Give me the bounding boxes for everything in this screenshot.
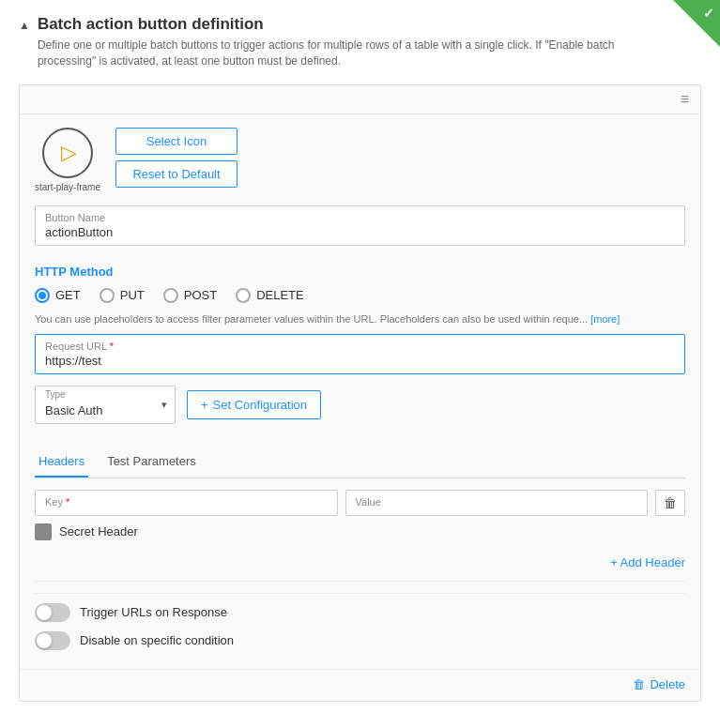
request-url-label: Request URL * [45, 341, 675, 352]
trash-icon: 🗑 [664, 495, 677, 510]
type-row: Type Basic Auth ▾ + Set Configuration [35, 386, 685, 424]
icon-section: ▷ start-play-frame Select Icon Reset to … [20, 114, 700, 202]
page-description: Define one or multiple batch buttons to … [38, 38, 676, 69]
main-card: ≡ ▷ start-play-frame Select Icon Reset t… [19, 84, 701, 702]
toggle-disable-condition-label: Disable on specific condition [80, 633, 234, 647]
tabs-bar: Headers Test Parameters [35, 447, 685, 478]
set-config-label: Set Configuration [213, 398, 307, 412]
radio-put-label: PUT [120, 288, 145, 302]
toggle-knob [37, 605, 52, 620]
radio-put-circle [100, 288, 115, 303]
icon-buttons: Select Icon Reset to Default [115, 128, 237, 188]
delete-row: 🗑 Delete [20, 669, 700, 701]
key-field-label: Key * [45, 496, 328, 508]
request-url-field[interactable]: Request URL * https://test [35, 334, 685, 374]
info-more-link[interactable]: [more] [590, 313, 620, 325]
add-header-row: + Add Header [35, 552, 685, 582]
radio-post[interactable]: POST [163, 288, 217, 303]
toggle-disable-condition[interactable] [35, 631, 70, 650]
add-button-row: + Add Button [19, 717, 701, 728]
type-select-label: Type [45, 389, 66, 400]
request-url-value: https://test [45, 354, 675, 368]
button-name-field[interactable]: Button Name actionButton [35, 205, 685, 246]
select-icon-button[interactable]: Select Icon [115, 128, 237, 155]
set-config-button[interactable]: + Set Configuration [187, 390, 321, 419]
toggle-trigger-urls[interactable] [35, 603, 70, 622]
page-title: Batch action button definition [38, 15, 676, 34]
key-field[interactable]: Key * [35, 490, 338, 516]
button-name-value: actionButton [45, 225, 675, 239]
http-method-title: HTTP Method [35, 265, 685, 279]
http-method-section: HTTP Method GET PUT POST [20, 255, 700, 447]
key-required: * [63, 496, 69, 508]
toggle-trigger-urls-row: Trigger URLs on Response [35, 603, 685, 622]
play-icon: ▷ [61, 141, 77, 165]
toggle-trigger-urls-label: Trigger URLs on Response [80, 605, 227, 619]
menu-icon[interactable]: ≡ [681, 91, 691, 108]
secret-header-row: Secret Header [35, 523, 685, 540]
secret-header-checkbox[interactable] [35, 523, 52, 540]
radio-put[interactable]: PUT [100, 288, 145, 303]
card-menu-bar: ≡ [20, 85, 700, 114]
icon-preview: ▷ start-play-frame [35, 128, 100, 192]
check-icon: ✓ [703, 6, 714, 21]
toggle-section: Trigger URLs on Response Disable on spec… [20, 594, 700, 669]
icon-circle: ▷ [42, 128, 93, 178]
chevron-down-icon: ▾ [161, 399, 167, 411]
icon-name-label: start-play-frame [35, 182, 100, 192]
radio-get-dot [38, 292, 46, 299]
collapse-icon[interactable]: ▲ [19, 19, 30, 32]
radio-delete[interactable]: DELETE [236, 288, 304, 303]
secret-header-label: Secret Header [59, 524, 138, 538]
button-name-label: Button Name [45, 212, 675, 223]
radio-post-circle [163, 288, 178, 303]
plus-icon: + [201, 398, 208, 412]
radio-group: GET PUT POST DELETE [35, 288, 685, 303]
value-field-label: Value [356, 496, 638, 508]
button-name-group: Button Name actionButton [20, 202, 700, 255]
radio-get[interactable]: GET [35, 288, 81, 303]
type-select[interactable]: Type Basic Auth ▾ [35, 386, 176, 424]
delete-label: Delete [650, 677, 685, 691]
radio-delete-circle [236, 288, 251, 303]
radio-get-label: GET [55, 288, 81, 302]
info-text: You can use placeholders to access filte… [35, 312, 685, 326]
trash-delete-icon: 🗑 [633, 677, 645, 691]
radio-post-label: POST [184, 288, 217, 302]
delete-button[interactable]: 🗑 Delete [633, 677, 685, 691]
toggle-disable-condition-row: Disable on specific condition [35, 631, 685, 650]
value-field[interactable]: Value [345, 490, 649, 516]
tab-test-parameters[interactable]: Test Parameters [103, 447, 200, 478]
toggle-knob-2 [37, 633, 52, 648]
radio-get-circle [35, 288, 50, 303]
headers-row: Key * Value 🗑 [35, 490, 685, 516]
add-header-button[interactable]: + Add Header [610, 555, 685, 569]
tab-headers[interactable]: Headers [35, 447, 88, 478]
header-row-delete-button[interactable]: 🗑 [655, 490, 685, 516]
headers-section: Key * Value 🗑 Secret Header + Add Header [20, 478, 700, 593]
reset-default-button[interactable]: Reset to Default [115, 160, 237, 188]
page-header: ▲ Batch action button definition Define … [19, 15, 701, 69]
radio-delete-label: DELETE [256, 288, 304, 302]
required-star: * [107, 341, 114, 352]
